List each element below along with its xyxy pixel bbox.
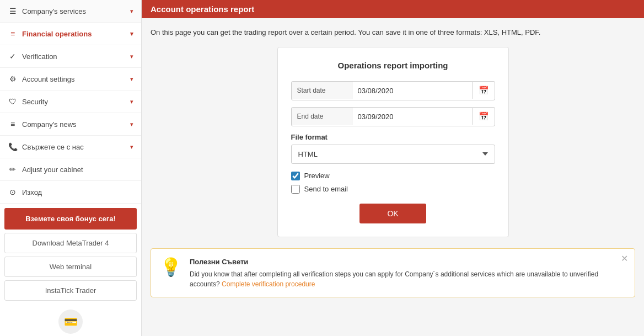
- checkboxes: Preview Send to email: [291, 172, 495, 194]
- tip-close-button[interactable]: ✕: [621, 253, 628, 264]
- verification-label: Verification: [22, 52, 57, 61]
- contact-icon: 📞: [8, 142, 18, 151]
- page-header: Account operations report: [142, 0, 644, 18]
- sidebar-item-exit[interactable]: ⊙ Изход: [0, 181, 141, 204]
- company-news-arrow-icon: ▾: [130, 121, 133, 128]
- company-services-arrow-icon: ▾: [130, 8, 133, 15]
- account-settings-label: Account settings: [22, 75, 74, 83]
- sidebar-item-company-services[interactable]: ☰ Company's services ▾: [0, 0, 141, 23]
- report-box-title: Operations report importing: [291, 61, 495, 70]
- sidebar-item-financial-operations[interactable]: ≡ Financial operations ▾: [0, 23, 141, 45]
- financial-operations-label: Financial operations: [22, 30, 92, 38]
- sidebar-item-security[interactable]: 🛡 Security ▾: [0, 90, 141, 113]
- financial-operations-arrow-icon: ▾: [130, 30, 133, 38]
- start-date-input[interactable]: [352, 82, 473, 100]
- company-services-icon: ☰: [8, 7, 18, 15]
- file-format-label: File format: [291, 133, 495, 141]
- preview-checkbox[interactable]: [291, 172, 300, 180]
- company-news-icon: ≡: [8, 120, 18, 129]
- exit-icon: ⊙: [8, 188, 18, 196]
- sidebar-item-contact[interactable]: 📞 Свържете се с нас ▾: [0, 136, 141, 158]
- contact-label: Свържете се с нас: [22, 143, 84, 151]
- tip-title: Полезни Съвети: [190, 257, 626, 268]
- company-services-label: Company's services: [22, 7, 86, 15]
- page-body: On this page you can get the trading rep…: [142, 18, 644, 306]
- send-email-checkbox[interactable]: [291, 185, 300, 194]
- sidebar-item-account-settings[interactable]: ⚙ Account settings ▾: [0, 68, 141, 90]
- sidebar-bottom: Вземете своя бонус сега! Download MetaTr…: [0, 204, 141, 336]
- end-date-label: End date: [292, 108, 352, 125]
- send-email-label: Send to email: [304, 185, 348, 193]
- bonus-button[interactable]: Вземете своя бонус сега!: [4, 208, 137, 230]
- adjust-cabinet-label: Adjust your cabinet: [22, 166, 83, 174]
- contact-arrow-icon: ▾: [130, 143, 133, 151]
- start-date-row: Start date 📅: [291, 81, 495, 100]
- financial-operations-icon: ≡: [8, 29, 18, 38]
- preview-label: Preview: [304, 172, 330, 180]
- tip-bulb-icon: 💡: [160, 257, 182, 278]
- sidebar-item-adjust-cabinet[interactable]: ✏ Adjust your cabinet: [0, 158, 141, 181]
- file-format-section: File format HTML XLS PDF: [291, 133, 495, 164]
- verification-icon: ✓: [8, 52, 18, 61]
- report-box: Operations report importing Start date 📅…: [277, 47, 509, 237]
- security-label: Security: [22, 98, 48, 106]
- security-arrow-icon: ▾: [130, 98, 133, 105]
- adjust-cabinet-icon: ✏: [8, 165, 18, 174]
- download-metatrader-button[interactable]: Download MetaTrader 4: [4, 233, 137, 253]
- page-description: On this page you can get the trading rep…: [151, 27, 635, 38]
- exit-label: Изход: [22, 188, 42, 196]
- end-date-row: End date 📅: [291, 107, 495, 126]
- verification-arrow-icon: ▾: [130, 53, 133, 60]
- card-icon: 💳: [58, 310, 83, 334]
- tip-link[interactable]: Complete verification procedure: [222, 280, 315, 288]
- sidebar-icon-area: 💳: [4, 304, 137, 336]
- page-title: Account operations report: [151, 4, 254, 14]
- start-date-label: Start date: [292, 82, 352, 99]
- company-news-label: Company's news: [22, 120, 77, 129]
- sidebar-nav: ☰ Company's services ▾ ≡ Financial opera…: [0, 0, 141, 204]
- main-content: Account operations report On this page y…: [142, 0, 644, 336]
- end-date-input[interactable]: [352, 108, 473, 126]
- start-date-calendar-icon[interactable]: 📅: [473, 82, 495, 99]
- tip-text: Полезни Съвети Did you know that after c…: [190, 257, 626, 290]
- sidebar-item-company-news[interactable]: ≡ Company's news ▾: [0, 113, 141, 136]
- instatick-button[interactable]: InstaTick Trader: [4, 280, 137, 301]
- security-icon: 🛡: [8, 97, 18, 106]
- sidebar: ☰ Company's services ▾ ≡ Financial opera…: [0, 0, 142, 336]
- tip-box: 💡 Полезни Съвети Did you know that after…: [151, 248, 635, 298]
- end-date-calendar-icon[interactable]: 📅: [473, 108, 495, 125]
- file-format-select[interactable]: HTML XLS PDF: [291, 145, 495, 164]
- web-terminal-button[interactable]: Web terminal: [4, 257, 137, 277]
- ok-button[interactable]: OK: [359, 204, 426, 223]
- account-settings-icon: ⚙: [8, 74, 18, 83]
- preview-checkbox-row[interactable]: Preview: [291, 172, 495, 180]
- sidebar-item-verification[interactable]: ✓ Verification ▾: [0, 45, 141, 68]
- send-email-checkbox-row[interactable]: Send to email: [291, 185, 495, 194]
- account-settings-arrow-icon: ▾: [130, 76, 133, 83]
